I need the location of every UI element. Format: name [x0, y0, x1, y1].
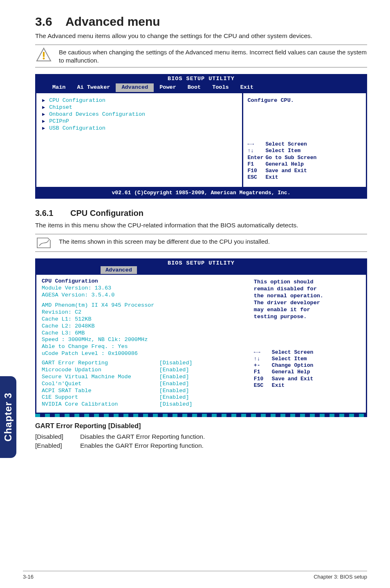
- cpu-info-line: AGESA Version: 3.5.4.0: [42, 292, 244, 299]
- key-desc: General Help: [272, 369, 361, 375]
- menu-item-usb-configuration[interactable]: ▶USB Configuration: [42, 125, 237, 132]
- page-footer: 3-16 Chapter 3: BIOS setup: [23, 571, 367, 580]
- key-desc: General Help: [265, 161, 362, 168]
- setting-nvidia-core-calibration[interactable]: NVIDIA Core Calibration[Disabled]: [42, 401, 244, 408]
- cpu-info-line: Able to Change Freq. : Yes: [42, 343, 244, 350]
- option-heading-gart: GART Error Reporting [Disabled]: [35, 422, 367, 430]
- key: ←→: [254, 349, 272, 356]
- bios-tab-tools[interactable]: Tools: [206, 83, 235, 92]
- bios-help-panel: This option should remain disabled for t…: [250, 275, 365, 411]
- key-desc: Exit: [272, 382, 361, 389]
- option-value: [Enabled]: [35, 441, 80, 450]
- submenu-icon: ▶: [42, 105, 45, 111]
- option-description: Enables the GART Error Reporting functio…: [80, 441, 209, 450]
- note-callout: The items shown in this screen may be di…: [35, 234, 367, 252]
- setting-cool-n-quiet[interactable]: Cool'n'Quiet[Enabled]: [42, 381, 244, 388]
- setting-gart-error-reporting[interactable]: GART Error Reporting[Disabled]: [42, 360, 244, 367]
- section-number: 3.6: [35, 15, 52, 28]
- table-row: [Disabled] Disables the GART Error Repor…: [35, 432, 209, 441]
- setting-secure-virtual-machine-mode[interactable]: Secure Virtual Machine Mode[Enabled]: [42, 374, 244, 381]
- key: ESC: [254, 382, 272, 389]
- bios-copyright-footer: v02.61 (C)Copyright 1985-2009, American …: [35, 188, 367, 199]
- key: F10: [247, 168, 265, 174]
- option-value: [Disabled]: [35, 432, 80, 441]
- menu-item-pcipnp[interactable]: ▶PCIPnP: [42, 118, 237, 125]
- cpu-info-line: Speed : 3000MHz, NB Clk: 2000MHz: [42, 337, 244, 343]
- bios-screen-advanced: BIOS SETUP UTILITY Main Ai Tweaker Advan…: [35, 74, 367, 198]
- help-text-line: may enable it for: [254, 307, 361, 314]
- bios-title: BIOS SETUP UTILITY: [35, 74, 367, 83]
- intro-paragraph: The Advanced menu items allow you to cha…: [35, 32, 367, 40]
- key-desc: Go to Sub Screen: [265, 155, 362, 161]
- help-text-line: remain disabled for: [254, 286, 361, 293]
- key-desc: Exit: [265, 174, 362, 181]
- svg-rect-1: [43, 52, 45, 57]
- bios-help-title: Configure CPU.: [247, 97, 362, 104]
- cpu-info-line: Cache L2: 2048KB: [42, 323, 244, 330]
- help-text-line: the normal operation.: [254, 293, 361, 300]
- submenu-icon: ▶: [42, 98, 45, 104]
- key-desc: Select Screen: [272, 349, 361, 356]
- warning-text: Be cautious when changing the settings o…: [59, 47, 367, 65]
- bios-tabs: Main Ai Tweaker Advanced Power Boot Tool…: [35, 83, 367, 93]
- subsection-title: CPU Configuration: [70, 209, 143, 218]
- key: +-: [254, 362, 272, 369]
- cpu-info-line: Revision: C2: [42, 309, 244, 316]
- bios-help-panel: Configure CPU. ←→Select Screen ↑↓Select …: [243, 93, 366, 186]
- bios-help-keys: ←→Select Screen ↑↓Select Item +-Change O…: [254, 349, 361, 389]
- key: F1: [254, 369, 272, 375]
- menu-item-chipset[interactable]: ▶Chipset: [42, 104, 237, 111]
- bios-tab-aitweaker[interactable]: Ai Tweaker: [71, 83, 116, 92]
- menu-item-cpu-configuration[interactable]: ▶CPU Configuration: [42, 97, 237, 104]
- key-desc: Select Item: [265, 148, 362, 154]
- footer-chapter-label: Chapter 3: BIOS setup: [314, 574, 367, 580]
- cpu-info-line: Cache L1: 512KB: [42, 316, 244, 323]
- section-heading: 3.6 Advanced menu: [35, 15, 367, 29]
- bios-title: BIOS SETUP UTILITY: [35, 258, 367, 267]
- submenu-icon: ▶: [42, 126, 45, 132]
- cpu-config-header: CPU Configuration: [42, 278, 244, 285]
- subsection-heading: 3.6.1CPU Configuration: [35, 209, 367, 218]
- cpu-info-line: Module Version: 13.63: [42, 285, 244, 292]
- setting-c1e-support[interactable]: C1E Support[Enabled]: [42, 394, 244, 401]
- key: ↑↓: [247, 148, 265, 154]
- menu-item-onboard-devices[interactable]: ▶Onboard Devices Configuration: [42, 111, 237, 118]
- bios-tab-advanced[interactable]: Advanced: [101, 266, 137, 274]
- bios-tab-advanced[interactable]: Advanced: [116, 83, 154, 92]
- key-desc: Save and Exit: [272, 376, 361, 382]
- note-text: The items shown in this screen may be di…: [59, 237, 270, 246]
- warning-icon: [35, 47, 52, 62]
- bios-screen-cpu-config: BIOS SETUP UTILITY Advanced CPU Configur…: [35, 258, 367, 417]
- submenu-icon: ▶: [42, 119, 45, 125]
- bios-bottom-dash: [35, 414, 367, 417]
- key: F1: [247, 161, 265, 168]
- key: ↑↓: [254, 356, 272, 362]
- cpu-info-line: uCode Patch Level : 0x1000086: [42, 350, 244, 357]
- help-text-line: This option should: [254, 279, 361, 286]
- setting-acpi-srat-table[interactable]: ACPI SRAT Table[Enabled]: [42, 388, 244, 395]
- bios-help-keys: ←→Select Screen ↑↓Select Item EnterGo to…: [247, 141, 362, 181]
- option-table-gart: [Disabled] Disables the GART Error Repor…: [35, 432, 209, 450]
- bios-cpu-info-panel: CPU Configuration Module Version: 13.63 …: [38, 275, 249, 411]
- section-title-text: Advanced menu: [65, 15, 160, 28]
- key: ESC: [247, 174, 265, 181]
- svg-point-2: [43, 58, 45, 60]
- key: Enter: [247, 155, 265, 161]
- help-text-line: testing purpose.: [254, 314, 361, 321]
- setting-microcode-updation[interactable]: Microcode Updation[Enabled]: [42, 367, 244, 374]
- page-number: 3-16: [23, 574, 34, 580]
- bios-tab-boot[interactable]: Boot: [182, 83, 206, 92]
- key-desc: Select Item: [272, 356, 361, 362]
- note-icon: [35, 237, 52, 249]
- option-description: Disables the GART Error Reporting functi…: [80, 432, 209, 441]
- key-desc: Save and Exit: [265, 168, 362, 174]
- bios-menu-panel: ▶CPU Configuration ▶Chipset ▶Onboard Dev…: [36, 93, 242, 186]
- subsection-intro: The items in this menu show the CPU-rela…: [35, 221, 367, 230]
- bios-tab-main[interactable]: Main: [47, 83, 71, 92]
- submenu-icon: ▶: [42, 112, 45, 118]
- bios-tab-exit[interactable]: Exit: [235, 83, 259, 92]
- key-desc: Select Screen: [265, 141, 362, 148]
- key-desc: Change Option: [272, 362, 361, 369]
- key: ←→: [247, 141, 265, 148]
- bios-tab-power[interactable]: Power: [154, 83, 182, 92]
